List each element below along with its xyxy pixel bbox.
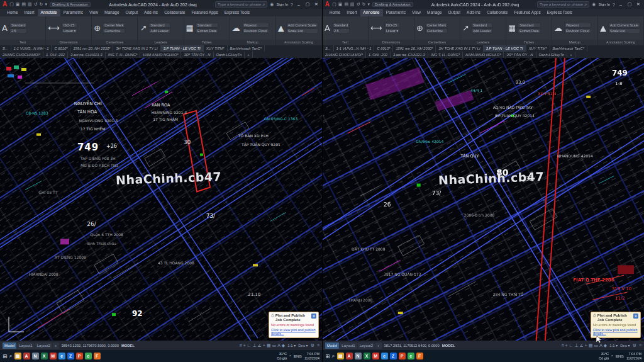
status-toggle-icon[interactable]: ◆ bbox=[282, 343, 285, 348]
drawing-file-tab[interactable]: 1591 nm 20..NH 2030* bbox=[70, 45, 113, 52]
help-icon[interactable]: ? bbox=[613, 3, 615, 7]
taskbar-search-icon[interactable]: ⌕ bbox=[9, 353, 13, 359]
layout-tab[interactable]: + bbox=[53, 342, 59, 349]
help-search-input[interactable]: Type a keyword or phrase⌕ bbox=[215, 1, 267, 8]
drawing-file-tab[interactable]: ING T. H...DUNG* bbox=[428, 52, 464, 58]
status-toggle-icon[interactable]: ▭ bbox=[594, 343, 599, 348]
status-toggle-icon[interactable]: A bbox=[599, 343, 602, 348]
start-button[interactable]: ⊞ bbox=[325, 353, 330, 359]
taskbar-app-icon[interactable]: ▤ bbox=[337, 353, 344, 359]
panel-dropdown[interactable]: Linear ▾ bbox=[62, 28, 78, 33]
taskbar-app-icon[interactable]: P bbox=[76, 353, 83, 359]
status-toggle-icon[interactable]: ∟ bbox=[247, 343, 252, 348]
panel-dropdown[interactable]: Standard bbox=[332, 23, 350, 28]
workspace-switcher[interactable]: Drafting & Annotation bbox=[50, 2, 91, 7]
status-menu-icon[interactable]: ≡ bbox=[639, 343, 641, 348]
taskbar-app-icon[interactable]: A bbox=[346, 353, 353, 359]
ribbon-tab[interactable]: Parametric bbox=[60, 9, 86, 16]
panel-dropdown[interactable]: Standard bbox=[471, 23, 492, 28]
notification-close-icon[interactable]: ✕ bbox=[633, 314, 638, 319]
drawing-file-tab[interactable]: 1. OHI -202 bbox=[366, 52, 391, 58]
tray-expand-icon[interactable]: ^ bbox=[289, 354, 291, 358]
drawing-file-tab[interactable]: C 6010* bbox=[374, 45, 393, 52]
weather-widget[interactable]: 31°CCó gió bbox=[599, 352, 609, 359]
panel-tool-icon[interactable]: ☁ bbox=[232, 23, 240, 33]
layout-tab[interactable]: Model bbox=[3, 342, 16, 349]
ribbon-tab[interactable]: Insert bbox=[21, 9, 37, 16]
drawing-file-tab[interactable]: 2HANG CHOCHAMOI* bbox=[323, 52, 366, 58]
settings-gear-icon[interactable]: ⚙ bbox=[311, 343, 314, 348]
drawing-file-tab[interactable]: 3.aoi na..CHA021-3 bbox=[391, 52, 428, 58]
drawing-file-tab[interactable]: C 6010* bbox=[52, 45, 70, 52]
maximize-button[interactable]: ▢ bbox=[626, 2, 633, 7]
drawing-file-tab[interactable]: BanVehoach TanC* bbox=[228, 45, 265, 52]
language-indicator[interactable]: ENG bbox=[294, 354, 302, 358]
notification-close-icon[interactable]: ✕ bbox=[311, 314, 316, 319]
close-button[interactable]: ✕ bbox=[313, 2, 319, 7]
status-toggle-icon[interactable]: ▦ bbox=[267, 343, 271, 348]
panel-dropdown[interactable]: Revision Cloud bbox=[242, 28, 269, 33]
layout-tab[interactable]: Layout1 bbox=[17, 342, 34, 349]
ribbon-tab[interactable]: View bbox=[409, 9, 424, 16]
panel-tool-icon[interactable]: ⟷ bbox=[48, 23, 60, 33]
weather-widget[interactable]: 31°CCó gió bbox=[277, 352, 287, 359]
minimize-button[interactable]: – bbox=[296, 3, 302, 7]
status-toggle-icon[interactable]: # bbox=[562, 343, 564, 348]
drawing-file-tab[interactable]: BanVehoach TanC* bbox=[550, 45, 588, 52]
ribbon-tab[interactable]: Add-ins bbox=[464, 9, 484, 16]
panel-tool-icon[interactable]: A bbox=[325, 23, 330, 33]
panel-dropdown[interactable]: ISO-25 bbox=[384, 23, 401, 28]
taskbar-app-icon[interactable]: F bbox=[94, 353, 101, 359]
user-icon[interactable]: ◉ bbox=[270, 2, 274, 7]
taskbar-search-icon[interactable]: ⌕ bbox=[332, 353, 335, 359]
language-indicator[interactable]: ENG bbox=[616, 354, 624, 358]
taskbar-app-icon[interactable]: A bbox=[23, 353, 30, 359]
autocad-logo-icon[interactable]: A bbox=[325, 0, 330, 9]
taskbar-app-icon[interactable]: c bbox=[408, 353, 414, 359]
layout-tab[interactable]: Model bbox=[325, 342, 339, 349]
drawing-file-tab[interactable]: 3H TCHE XAG IN 1 TY LI bbox=[436, 45, 483, 52]
workspace-switcher[interactable]: Drafting & Annotation bbox=[372, 2, 413, 7]
panel-dropdown[interactable]: Standard bbox=[148, 23, 170, 28]
maximize-button[interactable]: ▢ bbox=[304, 2, 311, 7]
ribbon-tab[interactable]: Featured Apps bbox=[188, 9, 221, 16]
quick-access-icon[interactable]: ↻ bbox=[40, 2, 43, 7]
plot-details-link[interactable]: Click to view plot and publish details..… bbox=[271, 328, 316, 336]
autocad-logo-icon[interactable]: A bbox=[3, 0, 7, 9]
drawing-file-tab[interactable]: 3R* TÂN ÓY - N bbox=[504, 52, 536, 58]
panel-tool-icon[interactable]: A bbox=[2, 23, 8, 33]
panel-dropdown[interactable]: Scale List bbox=[286, 28, 318, 33]
taskbar-app-icon[interactable]: N bbox=[355, 353, 362, 359]
status-toggle-icon[interactable]: ⊥ bbox=[574, 343, 578, 348]
help-search-input[interactable]: Type a keyword or phrase⌕ bbox=[537, 1, 589, 8]
ribbon-tab[interactable]: Express Tools bbox=[221, 9, 253, 16]
status-toggle-icon[interactable]: + bbox=[585, 343, 587, 348]
drawing-file-tab[interactable]: 1-1 VUNG...N INH - 1 bbox=[334, 45, 375, 52]
panel-tool-icon[interactable]: ▦ bbox=[186, 23, 194, 33]
status-toggle-icon[interactable]: A bbox=[277, 343, 280, 348]
quick-access-icon[interactable]: ▤ bbox=[21, 2, 26, 7]
ribbon-tab[interactable]: Output bbox=[445, 9, 464, 16]
ribbon-tab[interactable]: Manage bbox=[101, 9, 123, 16]
units-dropdown[interactable]: Dec ▾ bbox=[620, 343, 630, 348]
drawing-canvas[interactable]: NGUYỄN CHÍTÂN HÒANGAYVUONG 9201-317 TIG … bbox=[0, 58, 322, 341]
settings-gear-icon[interactable]: ⚙ bbox=[633, 343, 636, 348]
quick-access-icon[interactable]: ▾ bbox=[367, 2, 370, 7]
drawing-file-tab[interactable]: 2HANG CHOCHAMOI* bbox=[0, 52, 43, 58]
panel-tool-icon[interactable]: ▲ bbox=[600, 23, 606, 33]
ribbon-tab[interactable]: Annotate bbox=[360, 9, 383, 16]
quick-access-icon[interactable]: ▢ bbox=[332, 2, 336, 7]
taskbar-app-icon[interactable]: F bbox=[416, 353, 423, 359]
units-dropdown[interactable]: Dec ▾ bbox=[298, 343, 308, 348]
panel-dropdown[interactable]: Centerline bbox=[425, 28, 448, 33]
start-button[interactable]: ⊞ bbox=[3, 353, 8, 359]
model-space-indicator[interactable]: MODEL bbox=[121, 344, 135, 348]
panel-dropdown[interactable]: Wipeout bbox=[242, 23, 269, 28]
tray-expand-icon[interactable]: ^ bbox=[611, 354, 613, 358]
status-toggle-icon[interactable]: + bbox=[263, 343, 265, 348]
status-toggle-icon[interactable]: ⌖ bbox=[243, 343, 246, 348]
panel-tool-icon[interactable]: ⊕ bbox=[416, 23, 423, 33]
panel-dropdown[interactable]: Linear ▾ bbox=[384, 28, 401, 33]
drawing-file-tab[interactable]: 3R* TÂN ÓY - N bbox=[181, 52, 213, 58]
taskbar-app-icon[interactable]: Z bbox=[390, 353, 397, 359]
